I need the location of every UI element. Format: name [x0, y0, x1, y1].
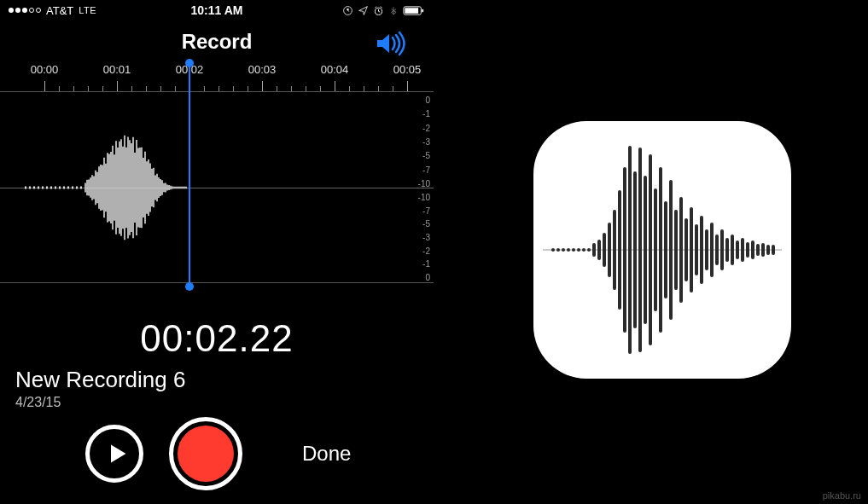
- carrier-label: AT&T: [46, 4, 73, 17]
- svg-rect-5: [422, 9, 423, 12]
- status-bar-right: [341, 4, 425, 16]
- svg-point-88: [587, 248, 591, 252]
- waveform-timeline[interactable]: 00:0000:0100:0200:0300:0400:05 0-1-2-3-5…: [0, 63, 434, 310]
- ruler-label: 00:00: [31, 63, 59, 76]
- speaker-icon: [374, 31, 408, 56]
- db-scale: 0-1-2-3-5-7-10-10-7-5-3-2-10: [408, 92, 430, 283]
- ruler-label: 00:03: [248, 63, 277, 76]
- ruler-label: 00:05: [393, 63, 422, 76]
- voice-memos-screen: AT&T LTE 10:11 AM Record: [0, 0, 434, 504]
- watermark: pikabu.ru: [823, 490, 861, 501]
- alarm-icon: [372, 4, 384, 16]
- waveform-area: 0-1-2-3-5-7-10-10-7-5-3-2-10: [0, 92, 434, 283]
- svg-point-83: [562, 248, 565, 252]
- controls-row: Done: [0, 415, 434, 492]
- svg-rect-1: [347, 9, 348, 10]
- ruler-label: 00:04: [321, 63, 349, 76]
- elapsed-time: 00:02.22: [0, 317, 434, 360]
- waveform-icon: [0, 92, 410, 283]
- bluetooth-icon: [387, 4, 399, 16]
- svg-point-84: [567, 248, 570, 252]
- page-title: Record: [182, 30, 253, 54]
- svg-point-81: [551, 248, 555, 252]
- location-icon: [357, 4, 369, 16]
- svg-point-86: [577, 248, 580, 252]
- speaker-button[interactable]: [374, 31, 408, 56]
- rotation-lock-icon: [341, 4, 353, 16]
- time-ruler: 00:0000:0100:0200:0300:0400:05: [0, 63, 434, 92]
- play-icon: [105, 442, 129, 466]
- waveform-icon: [543, 139, 782, 361]
- done-button[interactable]: Done: [302, 442, 351, 466]
- recording-date: 4/23/15: [15, 395, 434, 410]
- signal-strength-icon: [9, 8, 41, 13]
- recording-name[interactable]: New Recording 6: [15, 367, 434, 393]
- svg-rect-4: [405, 8, 418, 14]
- ruler-label: 00:01: [103, 63, 131, 76]
- header: Record: [0, 20, 434, 63]
- battery-icon: [403, 4, 425, 16]
- status-bar: AT&T LTE 10:11 AM: [0, 0, 434, 20]
- record-icon: [178, 426, 234, 482]
- voice-memos-app-icon: [533, 121, 791, 379]
- svg-point-82: [556, 248, 560, 252]
- network-label: LTE: [79, 5, 96, 15]
- svg-point-85: [572, 248, 575, 252]
- record-button[interactable]: [169, 417, 242, 490]
- svg-point-87: [582, 248, 585, 252]
- playhead[interactable]: [189, 63, 190, 287]
- play-button[interactable]: [85, 425, 143, 483]
- status-bar-left: AT&T LTE: [9, 4, 96, 17]
